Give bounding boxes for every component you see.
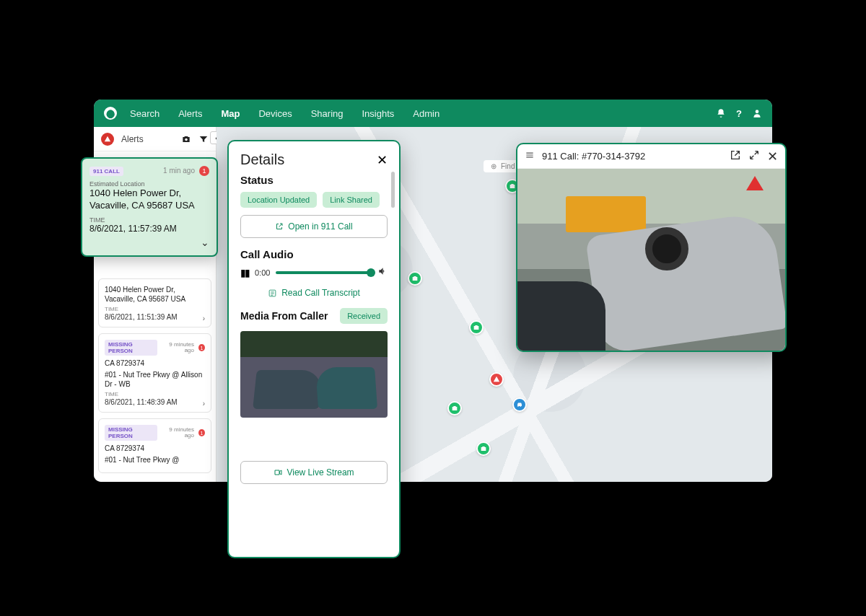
map-pin-camera-icon[interactable]: [408, 271, 422, 286]
alert-location: #01 - Nut Tree Pkwy @: [105, 455, 205, 465]
alert-card[interactable]: 1040 Helen Power Dr, Vacaville, CA 95687…: [98, 278, 211, 327]
time-label: TIME: [105, 306, 205, 312]
audio-time: 0:00: [255, 268, 270, 277]
nav-devices[interactable]: Devices: [258, 108, 292, 119]
status-heading: Status: [240, 174, 388, 186]
audio-player: ▮▮ 0:00: [240, 266, 388, 279]
app-logo-icon: ⬤: [104, 107, 117, 120]
expand-icon[interactable]: [748, 149, 760, 164]
alert-time: 8/6/2021, 11:48:39 AM: [105, 398, 205, 406]
alert-location: 1040 Helen Power Dr, Vacaville, CA 95687…: [105, 285, 205, 304]
open-call-label: Open in 911 Call: [288, 221, 352, 232]
nav-search[interactable]: Search: [130, 108, 159, 119]
time-label: TIME: [89, 216, 209, 224]
status-badge: Location Updated: [240, 192, 317, 208]
sidebar-header: Alerts: [94, 127, 216, 151]
menu-icon[interactable]: [525, 150, 535, 163]
video-title: 911 Call: #770-314-3792: [542, 151, 722, 162]
alert-tag: MISSING PERSON: [105, 425, 157, 441]
time-label: TIME: [105, 391, 205, 397]
audio-heading: Call Audio: [240, 248, 388, 260]
sidebar-title: Alerts: [121, 134, 174, 144]
top-nav: ⬤ Search Alerts Map Devices Sharing Insi…: [94, 100, 772, 127]
details-title: Details: [240, 151, 284, 168]
transcript-label: Read Call Transcript: [281, 288, 360, 298]
alert-card[interactable]: MISSING PERSON 9 minutes ago 1 CA 872937…: [98, 333, 211, 413]
volume-icon[interactable]: [377, 266, 388, 279]
nav-admin[interactable]: Admin: [413, 108, 439, 119]
alert-triangle-icon: [101, 133, 114, 146]
video-header: 911 Call: #770-314-3792 ✕: [517, 144, 785, 169]
nav-alerts[interactable]: Alerts: [178, 108, 202, 119]
alert-time: 8/6/2021, 11:57:39 AM: [89, 224, 209, 234]
warning-sign-icon: [746, 176, 764, 190]
close-icon[interactable]: ✕: [377, 152, 388, 168]
transcript-icon: [268, 289, 277, 298]
read-transcript-link[interactable]: Read Call Transcript: [240, 288, 388, 298]
details-panel: Details ✕ Status Location Updated Link S…: [227, 140, 401, 558]
open-call-button[interactable]: Open in 911 Call: [240, 215, 388, 238]
scene-vehicle: [517, 281, 605, 351]
livestream-label: View Live Stream: [287, 467, 354, 478]
map-pin-camera-icon[interactable]: [447, 401, 462, 415]
video-popout: 911 Call: #770-314-3792 ✕: [516, 143, 787, 352]
map-pin-camera-icon[interactable]: [476, 441, 491, 456]
alert-location: 1040 Helen Power Dr, Vacaville, CA 95687…: [89, 188, 209, 212]
alert-badge: 1: [198, 429, 205, 436]
nav-insights[interactable]: Insights: [362, 108, 395, 119]
bell-icon[interactable]: [716, 108, 726, 118]
alert-age: 9 minutes ago: [162, 427, 194, 439]
media-heading: Media From Caller: [240, 310, 328, 322]
map-pin-alert-icon[interactable]: [489, 372, 504, 387]
selected-alert-card[interactable]: 911 CALL 1 min ago 1 Estimated Location …: [81, 157, 218, 257]
chevron-down-icon[interactable]: ⌄: [89, 237, 209, 248]
svg-point-1: [185, 138, 188, 141]
alert-badge: 1: [198, 344, 205, 351]
alert-badge: 1: [199, 166, 209, 176]
alert-tag: MISSING PERSON: [105, 340, 157, 356]
alert-age: 1 min ago: [163, 167, 195, 175]
alert-ref: CA 8729374: [105, 444, 205, 453]
caller-media-thumbnail[interactable]: [240, 331, 388, 418]
alert-card[interactable]: MISSING PERSON 9 minutes ago 1 CA 872937…: [98, 418, 211, 473]
svg-point-0: [756, 110, 759, 113]
scene-wheel: [645, 227, 688, 270]
user-icon[interactable]: [752, 108, 762, 118]
status-badge: Link Shared: [323, 192, 380, 208]
nav-sharing[interactable]: Sharing: [311, 108, 344, 119]
chevron-right-icon[interactable]: ›: [203, 400, 205, 408]
alert-age: 9 minutes ago: [162, 342, 194, 353]
chevron-right-icon[interactable]: ›: [203, 314, 205, 322]
camera-icon[interactable]: [181, 134, 191, 144]
nav-right: ?: [716, 108, 762, 119]
alert-ref: CA 8729374: [105, 358, 205, 368]
filter-icon[interactable]: [198, 134, 209, 144]
video-icon: [274, 468, 282, 477]
video-frame[interactable]: [517, 169, 785, 351]
popout-icon[interactable]: [730, 149, 741, 164]
view-livestream-button[interactable]: View Live Stream: [240, 461, 388, 484]
help-icon[interactable]: ?: [736, 108, 742, 119]
location-label: Estimated Location: [89, 180, 209, 188]
map-pin-camera-icon[interactable]: [469, 320, 484, 335]
alert-tag: 911 CALL: [89, 167, 123, 176]
media-badge: Received: [340, 308, 388, 324]
status-badges: Location Updated Link Shared: [240, 192, 388, 208]
scene-vehicle: [566, 196, 646, 232]
alert-location: #01 - Nut Tree Pkwy @ Allison Dr - WB: [105, 370, 205, 389]
scrollbar[interactable]: [391, 172, 395, 208]
close-icon[interactable]: ✕: [767, 149, 778, 164]
nav-items: Search Alerts Map Devices Sharing Insigh…: [130, 108, 716, 119]
pause-icon[interactable]: ▮▮: [240, 267, 249, 278]
alert-time: 8/6/2021, 11:51:39 AM: [105, 313, 205, 321]
globe-icon: ⊕: [491, 162, 497, 170]
external-link-icon: [275, 222, 284, 231]
nav-map[interactable]: Map: [221, 108, 240, 119]
audio-scrubber[interactable]: [276, 271, 372, 274]
map-pin-vehicle-icon[interactable]: [512, 397, 527, 412]
